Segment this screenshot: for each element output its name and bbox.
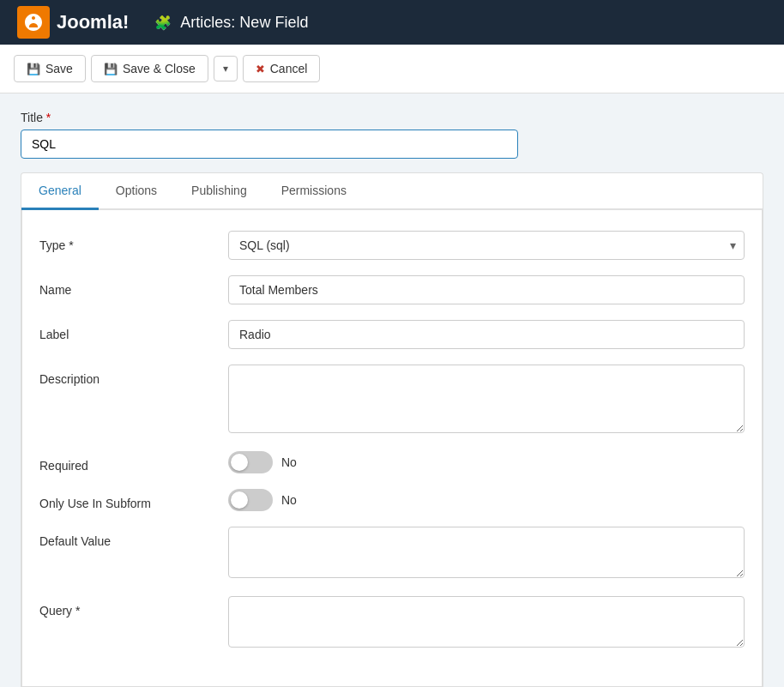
query-control [228, 596, 745, 650]
name-control [228, 275, 745, 304]
label-row: Label [39, 320, 745, 349]
query-label: Query * [39, 596, 228, 618]
subform-toggle[interactable] [228, 489, 273, 511]
save-close-button[interactable]: 💾 Save & Close [91, 55, 208, 82]
save-close-icon: 💾 [104, 63, 118, 75]
logo-icon [17, 6, 50, 39]
name-input[interactable] [228, 275, 745, 304]
type-control: SQL (sql) ▾ [228, 231, 745, 260]
default-value-control [228, 527, 745, 581]
label-input[interactable] [228, 320, 745, 349]
page-title: Articles: New Field [180, 14, 308, 32]
logo[interactable]: Joomla! [17, 6, 129, 39]
description-label: Description [39, 365, 228, 386]
puzzle-icon: 🧩 [154, 15, 172, 31]
tab-publishing[interactable]: Publishing [174, 173, 264, 210]
header: Joomla! 🧩 Articles: New Field [0, 0, 784, 45]
type-row: Type * SQL (sql) ▾ [39, 231, 745, 260]
required-row: Required No [39, 451, 745, 473]
title-input[interactable] [21, 130, 518, 159]
subform-label: Only Use In Subform [39, 489, 228, 510]
query-textarea[interactable] [228, 596, 745, 648]
cancel-label: Cancel [270, 62, 308, 75]
toolbar: 💾 Save 💾 Save & Close ▾ ✖ Cancel [0, 45, 784, 93]
save-button[interactable]: 💾 Save [14, 55, 86, 82]
name-row: Name [39, 275, 745, 304]
title-label: Title * [21, 111, 763, 124]
tab-options[interactable]: Options [99, 173, 174, 210]
type-select[interactable]: SQL (sql) [228, 231, 745, 260]
header-title: 🧩 Articles: New Field [154, 14, 308, 32]
label-control [228, 320, 745, 349]
required-control: No [228, 451, 745, 473]
description-textarea[interactable] [228, 365, 745, 433]
cancel-icon: ✖ [256, 63, 265, 75]
subform-row: Only Use In Subform No [39, 489, 745, 511]
tab-list: General Options Publishing Permissions [21, 173, 763, 210]
save-icon: 💾 [27, 63, 40, 75]
content-area: Title * General Options Publishing Permi… [0, 93, 784, 687]
tabs-container: General Options Publishing Permissions T… [21, 172, 763, 687]
tab-general[interactable]: General [21, 173, 99, 210]
required-toggle-label: No [281, 455, 297, 469]
title-group: Title * [21, 111, 763, 159]
query-row: Query * [39, 596, 745, 650]
cancel-button[interactable]: ✖ Cancel [243, 55, 321, 82]
tab-content-general: Type * SQL (sql) ▾ Name [21, 210, 763, 687]
description-row: Description [39, 365, 745, 436]
default-value-row: Default Value [39, 527, 745, 581]
required-label: Required [39, 451, 228, 473]
required-toggle[interactable] [228, 451, 273, 473]
dropdown-button[interactable]: ▾ [214, 56, 238, 81]
description-control [228, 365, 745, 436]
type-label: Type * [39, 231, 228, 252]
type-select-wrapper: SQL (sql) ▾ [228, 231, 745, 260]
subform-control: No [228, 489, 745, 511]
logo-text: Joomla! [57, 11, 129, 33]
save-label: Save [45, 62, 73, 75]
label-field-label: Label [39, 320, 228, 341]
default-value-textarea[interactable] [228, 527, 745, 578]
tab-permissions[interactable]: Permissions [264, 173, 364, 210]
title-required-marker: * [46, 111, 51, 124]
required-toggle-wrapper: No [228, 451, 745, 473]
subform-toggle-label: No [281, 493, 297, 507]
default-value-label: Default Value [39, 527, 228, 548]
subform-toggle-wrapper: No [228, 489, 745, 511]
save-close-label: Save & Close [123, 62, 196, 75]
name-label: Name [39, 275, 228, 297]
